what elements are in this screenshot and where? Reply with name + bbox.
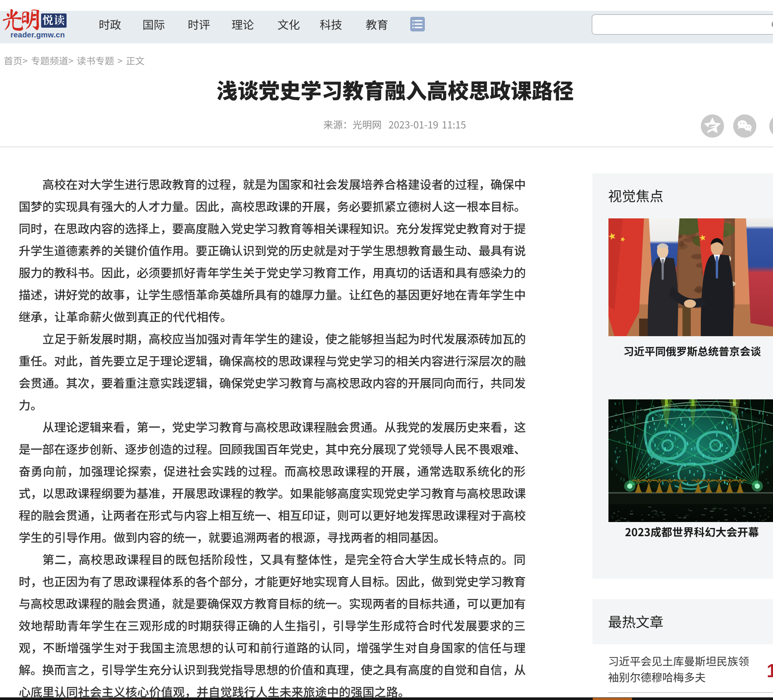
svg-text:1: 1 xyxy=(766,661,773,681)
svg-text:reader.gmw.cn: reader.gmw.cn xyxy=(10,30,65,39)
